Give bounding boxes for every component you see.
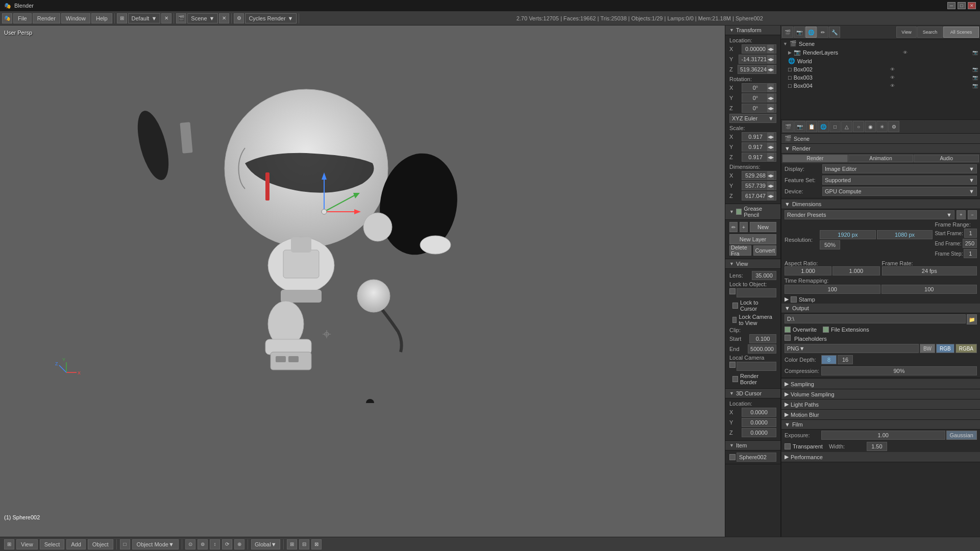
viewport-3d[interactable]: User Persp — [0, 26, 725, 537]
props-texture-icon[interactable]: ◉ — [865, 121, 876, 132]
dim-x-input[interactable]: 529.268 ◀▶ — [742, 171, 776, 180]
box004-eye-icon[interactable]: 👁 — [890, 83, 895, 88]
overwrite-checkbox[interactable] — [785, 327, 791, 333]
start-frame-input[interactable]: 1 — [964, 229, 977, 238]
tree-box002[interactable]: □ Box002 👁 📷 — [781, 65, 980, 73]
local-camera-checkbox[interactable] — [729, 362, 736, 368]
end-frame-input[interactable]: 250 — [963, 239, 977, 248]
tree-scene[interactable]: ▼ 🎬 Scene — [781, 39, 980, 48]
loc-y-btn[interactable]: ◀▶ — [767, 55, 774, 64]
item-header[interactable]: ▼ Item — [725, 441, 780, 450]
item-name-input[interactable]: Sphere002 — [737, 453, 776, 462]
tree-world[interactable]: 🌐 World — [781, 57, 980, 65]
rot-z-input[interactable]: 0° ◀▶ — [742, 104, 776, 113]
rot-x-input[interactable]: 0° ◀▶ — [742, 83, 776, 92]
loc-x-btn[interactable]: ◀▶ — [767, 44, 774, 54]
frame-step-input[interactable]: 1 — [964, 249, 977, 258]
renderlayers-render-icon[interactable]: 📷 — [972, 50, 978, 55]
transparent-checkbox[interactable] — [785, 443, 791, 449]
volume-sampling-header[interactable]: ▶ Volume Sampling — [781, 389, 980, 399]
cursor-header[interactable]: ▼ 3D Cursor — [725, 389, 780, 398]
presets-remove-icon[interactable]: − — [968, 210, 977, 219]
device-dropdown[interactable]: GPU Compute ▼ — [822, 187, 977, 196]
feature-set-dropdown[interactable]: Supported ▼ — [822, 176, 977, 185]
tree-box004[interactable]: □ Box004 👁 📷 — [781, 82, 980, 90]
loc-y-input[interactable]: -14.31721 ◀▶ — [739, 55, 776, 64]
tab-render[interactable]: Render — [782, 155, 848, 162]
scale-y-input[interactable]: 0.917 ◀▶ — [742, 142, 776, 152]
mode-dropdown[interactable]: Object Mode ▼ — [132, 539, 179, 549]
grease-pencil-checkbox[interactable] — [736, 209, 742, 215]
scale-z-input[interactable]: 0.917 ◀▶ — [742, 153, 776, 162]
output-path-input[interactable]: D:\ — [785, 314, 966, 323]
scene-icon[interactable]: 🎬 — [176, 13, 186, 23]
local-camera-input[interactable] — [737, 362, 776, 371]
close-button[interactable]: ✕ — [968, 2, 976, 9]
file-ext-checkbox[interactable] — [823, 327, 829, 333]
box002-eye-icon[interactable]: 👁 — [890, 67, 895, 72]
blender-icon[interactable]: 🎭 — [2, 13, 12, 23]
cursor-z-input[interactable]: 0.0000 — [742, 428, 776, 437]
new-button[interactable]: New — [750, 222, 776, 232]
lock-object-input[interactable] — [737, 288, 776, 297]
object-button[interactable]: Object — [88, 539, 113, 549]
layout-dropdown[interactable]: Default ▼ — [128, 13, 161, 23]
scene-tree-tab-search[interactable]: Search — [917, 27, 943, 38]
plus-icon[interactable]: + — [740, 222, 748, 232]
grid-icon2[interactable]: ⊟ — [299, 539, 309, 549]
old-val-input[interactable]: 100 — [785, 285, 880, 294]
dimensions-header[interactable]: ▼ Dimensions — [781, 199, 980, 209]
dim-x-btn[interactable]: ◀▶ — [767, 171, 774, 180]
new-layer-button[interactable]: New Layer — [729, 234, 776, 244]
props-particles-icon[interactable]: ✳ — [876, 121, 888, 132]
proportional-icon[interactable]: ⊚ — [198, 539, 208, 549]
engine-icon[interactable]: ⚙ — [234, 13, 244, 23]
tools-icon1[interactable]: ↕ — [210, 539, 220, 549]
snap-icon[interactable]: ⊙ — [185, 539, 195, 549]
props-layer-icon[interactable]: 📋 — [806, 121, 817, 132]
menu-file[interactable]: File — [13, 13, 32, 23]
tree-box003[interactable]: □ Box003 👁 📷 — [781, 73, 980, 82]
global-dropdown[interactable]: Global ▼ — [251, 539, 280, 549]
maximize-button[interactable]: □ — [958, 2, 966, 9]
scale-x-btn[interactable]: ◀▶ — [767, 132, 774, 141]
fps-input[interactable]: 24 fps — [882, 266, 977, 276]
color-depth-8-btn[interactable]: 8 — [821, 355, 837, 364]
tree-renderlayers[interactable]: ▶ 📷 RenderLayers 👁 📷 — [781, 48, 980, 57]
props-object-icon[interactable]: □ — [829, 121, 841, 132]
clip-end-input[interactable]: 5000.000 — [748, 344, 776, 354]
x-icon[interactable]: ✕ — [161, 13, 172, 23]
layout-icon[interactable]: ⊞ — [117, 13, 127, 23]
loc-z-btn[interactable]: ◀▶ — [767, 65, 774, 74]
res-pct-input[interactable]: 50% — [820, 240, 840, 249]
tab-audio[interactable]: Audio — [914, 155, 979, 162]
dim-z-btn[interactable]: ◀▶ — [767, 191, 774, 201]
render-section-header[interactable]: ▼ Render — [781, 144, 980, 154]
select-button[interactable]: Select — [40, 539, 65, 549]
menu-window[interactable]: Window — [61, 13, 90, 23]
res-y-input[interactable]: 1080 px — [877, 230, 933, 239]
display-dropdown[interactable]: Image Editor ▼ — [822, 164, 977, 173]
box002-render-icon[interactable]: 📷 — [972, 67, 978, 72]
rgba-button[interactable]: RGBA — [955, 344, 977, 353]
rotation-mode-dropdown[interactable]: XYZ Euler ▼ — [729, 114, 776, 123]
sampling-header[interactable]: ▶ Sampling — [781, 379, 980, 389]
renderlayers-eye-icon[interactable]: 👁 — [903, 50, 908, 55]
dim-y-input[interactable]: 557.739 ◀▶ — [742, 181, 776, 190]
new-val-input[interactable]: 100 — [881, 285, 977, 294]
dim-y-btn[interactable]: ◀▶ — [767, 181, 774, 190]
output-header[interactable]: ▼ Output — [781, 304, 980, 313]
grease-pencil-header[interactable]: ▼ Grease Pencil — [725, 204, 780, 220]
render-presets-dropdown[interactable]: Render Presets ▼ — [785, 210, 954, 219]
scene-tree-tab-allscenes[interactable]: All Scenes — [943, 27, 979, 38]
clip-start-input[interactable]: 0.100 — [749, 334, 776, 343]
view-button[interactable]: View — [16, 539, 38, 549]
scene-tree-icon2[interactable]: 📷 — [794, 27, 805, 38]
tab-animation[interactable]: Animation — [848, 155, 914, 162]
scene-dropdown[interactable]: Scene ▼ — [187, 13, 218, 23]
lock-camera-checkbox[interactable] — [732, 317, 737, 323]
scene-tree-tab-view[interactable]: View — [896, 27, 917, 38]
presets-add-icon[interactable]: + — [957, 210, 966, 219]
menu-render[interactable]: Render — [33, 13, 60, 23]
scale-z-btn[interactable]: ◀▶ — [767, 153, 774, 162]
